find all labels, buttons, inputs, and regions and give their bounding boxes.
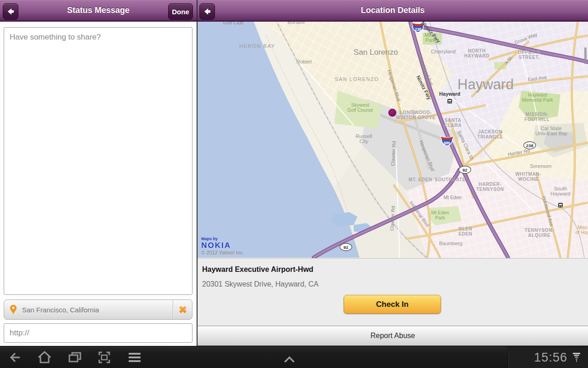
svg-text:238: 238	[415, 27, 421, 32]
map-label: SANTACLARA	[444, 118, 462, 128]
done-button[interactable]: Done	[168, 3, 193, 20]
map-label: Sorensen	[530, 163, 551, 169]
map-canvas: 2388802389292 Golf ClubBonaireHERON BAYS…	[198, 22, 588, 258]
nav-home-icon[interactable]	[37, 350, 52, 365]
page-title: Status Message	[0, 6, 197, 15]
status-message-input[interactable]	[4, 27, 192, 295]
map-label: Hayward	[439, 91, 460, 97]
svg-text:92: 92	[344, 245, 349, 250]
map-label: Bonaire	[288, 22, 305, 25]
maps-by-label: Maps by	[201, 237, 244, 241]
map-label: San Lorenzo	[354, 48, 398, 57]
train-station-icon	[558, 203, 563, 207]
location-pin-icon	[10, 305, 17, 315]
map-label: Robert	[296, 59, 311, 64]
nav-screenshot-icon[interactable]	[96, 350, 112, 365]
clear-location-button[interactable]	[173, 300, 192, 319]
location-chip-label: San Francisco, California	[22, 306, 173, 314]
map-label: Golf Club	[223, 22, 243, 25]
map-label: Missof Hay	[576, 224, 588, 235]
map-label: WHITMAN-WOCINE	[515, 172, 541, 182]
map-location-marker	[389, 109, 396, 117]
check-in-button[interactable]: Check In	[344, 295, 441, 314]
nav-chevron-up-icon[interactable]	[282, 352, 297, 368]
svg-text:880: 880	[444, 141, 450, 145]
location-details-panel: Location Details	[198, 0, 588, 346]
train-station-icon	[447, 99, 452, 104]
report-abuse-button[interactable]: Report Abuse	[198, 326, 588, 346]
status-message-panel: Status Message Done San Francisco, Calif…	[0, 0, 197, 346]
orange-x-icon	[177, 304, 189, 316]
map-label: Cherryland	[431, 49, 456, 54]
nav-back-icon[interactable]	[7, 350, 23, 365]
route-shield: 92	[340, 243, 352, 251]
map-label: UPPER BSTREET.	[518, 50, 541, 60]
location-info-section: Hayward Executive Airport-Hwd 20301 Skyw…	[198, 258, 588, 326]
nokia-logo: NOKIA	[201, 242, 244, 249]
signal-strength-icon	[572, 352, 581, 362]
page-title: Location Details	[198, 6, 588, 15]
scrollbar-thumb[interactable]	[584, 47, 587, 64]
nav-menu-icon[interactable]	[127, 350, 142, 365]
map-label: TENNYSON-ALQUIRE	[525, 228, 554, 238]
svg-text:92: 92	[463, 167, 468, 172]
map-label: Mt Eden	[443, 195, 461, 200]
svg-text:238: 238	[526, 143, 533, 148]
map-label: Hayward	[458, 76, 514, 92]
map-label: LONGWOOD-WINTON GROVE	[396, 110, 435, 120]
status-message-header: Status Message Done	[0, 0, 197, 22]
map-label: GLENEDEN	[458, 226, 472, 236]
screen: Status Message Done San Francisco, Calif…	[0, 0, 588, 368]
map-label: SAN LORENZO	[335, 76, 379, 82]
place-address: 20301 Skywest Drive, Hayward, CA	[202, 280, 318, 288]
location-chip[interactable]: San Francisco, California	[4, 299, 192, 320]
location-details-header: Location Details	[198, 0, 588, 22]
map-label: JACKSONTRIANGLE	[477, 129, 503, 139]
map-label: NORTHHAYWARD	[464, 48, 490, 58]
map-label: SOUTHGATE	[435, 177, 465, 182]
place-name: Hayward Executive Airport-Hwd	[202, 265, 313, 274]
system-navigation-bar: 15:56	[0, 346, 588, 368]
copyright-label: © 2012 Yahoo! Inc.	[201, 250, 244, 255]
system-tray[interactable]: 15:56	[508, 346, 588, 368]
map-label: HARDER-TENNYSON	[476, 182, 504, 192]
map-label: HERON BAY	[239, 43, 275, 49]
url-input[interactable]	[4, 323, 192, 343]
map-label: Baumberg	[439, 241, 463, 246]
nav-recent-apps-icon[interactable]	[67, 350, 83, 365]
map-view[interactable]: 2388802389292 Golf ClubBonaireHERON BAYS…	[198, 22, 588, 258]
clock: 15:56	[534, 351, 567, 365]
map-label: MT. EDEN	[408, 177, 432, 182]
map-attribution: Maps by NOKIA © 2012 Yahoo! Inc.	[201, 237, 244, 255]
route-shield: 92	[459, 166, 471, 173]
map-label: MeekPark	[424, 32, 436, 43]
map-label: MISSION-FOOTHILL	[525, 112, 550, 122]
